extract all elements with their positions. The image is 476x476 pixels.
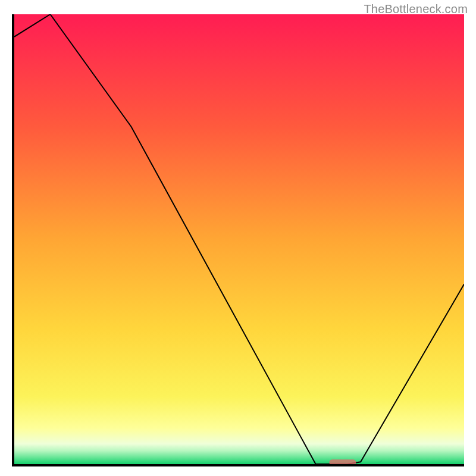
chart-axes-frame (12, 14, 464, 466)
chart-gradient-bg (14, 14, 464, 464)
chart-svg (14, 14, 464, 464)
attribution-watermark: TheBottleneck.com (364, 2, 468, 16)
optimal-range-marker (329, 459, 356, 465)
